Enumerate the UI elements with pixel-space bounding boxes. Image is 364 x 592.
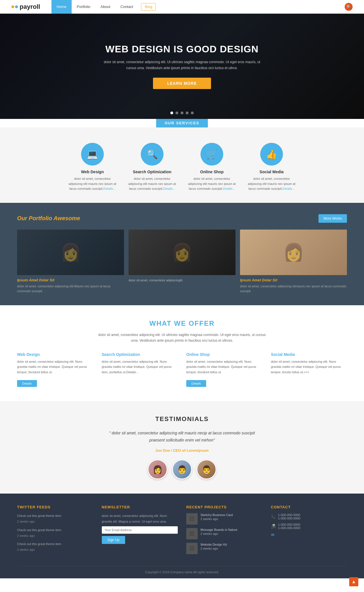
offer-item-search-opt: Search Optimization dolor sit amet, cons… [102, 352, 178, 387]
recent-project-info-2: Message Boards in Nature 2 weeks ago [200, 528, 237, 535]
portfolio-title: Our Portfolio Awesome [17, 215, 80, 222]
hero-text: dolor sit amet, consectetur adipiscing e… [102, 59, 262, 71]
avatar-2[interactable]: 👨 [172, 459, 192, 479]
online-shop-icon: 🛒 [200, 143, 223, 166]
nav-links: Home Portfolio About Contact Blog [51, 0, 345, 14]
service-link-social-media[interactable]: Details... [283, 187, 295, 190]
offer-grid: Web Design dolor sit amet, consectetur a… [17, 352, 347, 387]
footer-grid: TWITTER FEEDS Check out this great theme… [17, 505, 347, 558]
footer-twitter-item-2: Check out this great theme item 2 weeks … [17, 527, 93, 539]
contact-email-row: ✉ [271, 533, 347, 537]
recent-project-1: 🖼 Sketchy Business Card 2 weeks ago [186, 513, 262, 525]
nav-link-home[interactable]: Home [51, 0, 72, 14]
service-link-web-design[interactable]: Details... [104, 187, 116, 190]
recent-project-thumb-2: 🖼 [186, 528, 198, 539]
avatar-1[interactable]: 👩 [148, 459, 167, 479]
offer-item-title-social-media: Social Media [271, 352, 347, 357]
footer-twitter-item-3: Check out this great theme item 2 weeks … [17, 541, 93, 553]
newsletter-signup-button[interactable]: Sign Up [102, 536, 125, 544]
nav-link-blog[interactable]: Blog [141, 3, 156, 11]
more-works-button[interactable]: More Works [318, 214, 347, 223]
service-link-search-opt[interactable]: Details... [163, 187, 175, 190]
hero-dot-5[interactable] [191, 112, 194, 114]
search-opt-icon: 🔍 [141, 143, 164, 166]
offer-item-web-design: Web Design dolor sit amet, consectetur a… [17, 352, 93, 387]
portfolio-item-text-3: dolor sit amet, consectetur adipiscing e… [240, 284, 347, 294]
service-link-online-shop[interactable]: Details... [223, 187, 235, 190]
offer-item-title-web-design: Web Design [17, 352, 93, 357]
portfolio-grid: 👩 Ipsum Amet Dolar Sit dolor sit amet, c… [17, 230, 347, 294]
recent-project-thumb-3: 🖼 [186, 543, 198, 554]
hero-dot-3[interactable] [181, 112, 183, 114]
services-label: OUR SERVICES [156, 119, 208, 127]
recent-project-2: 🖼 Message Boards in Nature 2 weeks ago [186, 528, 262, 539]
service-text-search-opt: dolor sit amet, consectetur adipiscing e… [128, 176, 176, 191]
hero-section: WEB DESIGN IS GOOD DESIGN dolor sit amet… [0, 14, 364, 119]
recent-project-3: 🖼 Website Design Kit 2 weeks ago [186, 543, 262, 554]
portfolio-image-2: 👩 [129, 230, 235, 275]
footer-col-newsletter: NEWSLETTER dolor sit amet, consectetur a… [102, 505, 178, 558]
portfolio-item-3: 👩 Ipsum Amet Dolar Sit dolor sit amet, c… [240, 230, 347, 294]
recent-project-info-3: Website Design Kit 2 weeks ago [200, 543, 227, 550]
testimonials-section: TESTIMONIALS " dolor sit amet, consectet… [0, 401, 364, 494]
portfolio-item-text-2: dolor sit amet, consectetur adipiscingli… [129, 278, 235, 283]
portfolio-image-1: 👩 [17, 230, 124, 275]
portfolio-header: Our Portfolio Awesome More Works [17, 214, 347, 223]
footer-recent-projects-title: RECENT PROJECTS [186, 505, 262, 509]
testimonial-quote: " dolor sit amet, consectetur adipiscing… [102, 430, 262, 444]
service-title-social-media: Social Media [247, 170, 296, 174]
hero-dot-2[interactable] [175, 112, 178, 114]
services-label-wrapper: OUR SERVICES [0, 119, 364, 127]
footer-col-contact: CONTACT 📞 1-000-000-0000 1-000-000-0000 … [271, 505, 347, 558]
service-title-web-design: Web Design [68, 170, 117, 174]
portfolio-item-title-3: Ipsum Amet Dolar Sit [240, 278, 347, 282]
hero-dot-4[interactable] [186, 112, 189, 114]
logo-dots [11, 5, 18, 8]
footer-copyright: Copyright © 2016.Company name All rights… [17, 566, 347, 574]
testimonial-avatars: 👩 👨 👨 [17, 459, 347, 479]
portfolio-item-text-1: dolor sit amet, consectetur adipiscing e… [17, 284, 124, 294]
avatar-3[interactable]: 👨 [197, 459, 216, 479]
services-grid: 💻 Web Design dolor sit amet, consectetur… [17, 143, 347, 191]
footer: TWITTER FEEDS Check out this great theme… [0, 494, 364, 578]
footer-twitter-title: TWITTER FEEDS [17, 505, 93, 509]
service-item-search-opt: 🔍 Search Optimization dolor sit amet, co… [128, 143, 176, 191]
offer-item-online-shop: Online Shop dolor sit amet, consectetur … [186, 352, 262, 387]
web-design-icon: 💻 [81, 143, 104, 166]
offer-item-text-search-opt: dolor sit amet, consectetur adipiscing e… [102, 359, 178, 375]
footer-newsletter-text: dolor sit amet, consectetur adipiscing e… [102, 513, 178, 525]
newsletter-email-input[interactable] [102, 526, 178, 534]
portfolio-image-3: 👩 [240, 230, 347, 275]
offer-item-title-search-opt: Search Optimization [102, 352, 178, 357]
services-section: 💻 Web Design dolor sit amet, consectetur… [0, 127, 364, 203]
nav-link-portfolio[interactable]: Portfolio [72, 0, 96, 14]
logo-dot-orange [11, 5, 14, 8]
offer-item-title-online-shop: Online Shop [186, 352, 262, 357]
logo[interactable]: payroll [11, 3, 40, 11]
hero-dot-1[interactable] [170, 112, 173, 114]
hero-dots [170, 112, 194, 114]
social-media-icon: 👍 [260, 143, 283, 166]
nav-link-about[interactable]: About [96, 0, 115, 14]
search-icon[interactable]: 🔍 [345, 3, 353, 11]
phone-icon: 📞 [271, 514, 276, 519]
hero-title: WEB DESIGN IS GOOD DESIGN [102, 44, 262, 55]
testimonials-title: TESTIMONIALS [17, 415, 347, 423]
offer-subtitle: dolor sit amet, consectetur adipiscing e… [97, 332, 267, 344]
logo-text: payroll [20, 3, 40, 11]
email-icon: ✉ [271, 533, 274, 537]
navbar: payroll Home Portfolio About Contact Blo… [0, 0, 364, 14]
hero-content: WEB DESIGN IS GOOD DESIGN dolor sit amet… [102, 44, 262, 89]
contact-phone-row-1: 📞 1-000-000-0000 1-000-000-0000 [271, 513, 347, 520]
portfolio-item-title-1: Ipsum Amet Dolar Sit [17, 278, 124, 282]
nav-link-contact[interactable]: Contact [115, 0, 138, 14]
offer-details-button-web-design[interactable]: Details [17, 380, 37, 387]
service-text-online-shop: dolor sit amet, consectetur adipiscing e… [188, 176, 236, 191]
service-title-online-shop: Online Shop [188, 170, 236, 174]
offer-item-text-social-media: dolor sit amet, consectetur adipiscing e… [271, 359, 347, 375]
hero-learn-more-button[interactable]: LEARN MORE [153, 78, 211, 89]
back-to-top-button[interactable]: ▲ [349, 577, 358, 578]
offer-details-button-online-shop[interactable]: Details [186, 380, 206, 387]
service-title-search-opt: Search Optimization [128, 170, 176, 174]
testimonial-author: Jon Doe / CEO of LoremIpsum [17, 448, 347, 453]
